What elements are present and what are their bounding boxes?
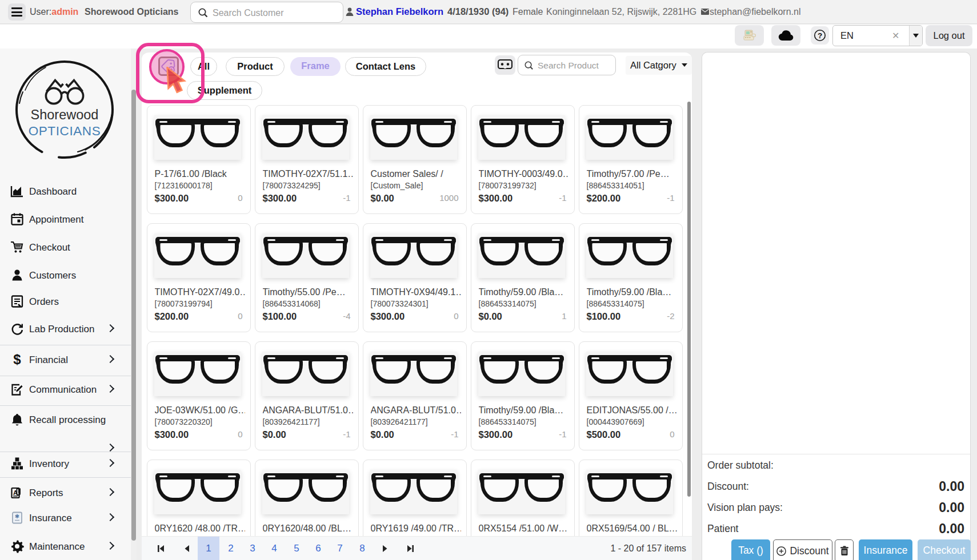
svg-text:✱: ✱ bbox=[15, 513, 19, 519]
svg-text:$: $ bbox=[13, 353, 21, 366]
svg-text:?: ? bbox=[818, 31, 822, 40]
svg-text:OPTICIANS: OPTICIANS bbox=[29, 124, 101, 138]
svg-text:Shorewood: Shorewood bbox=[31, 107, 99, 122]
